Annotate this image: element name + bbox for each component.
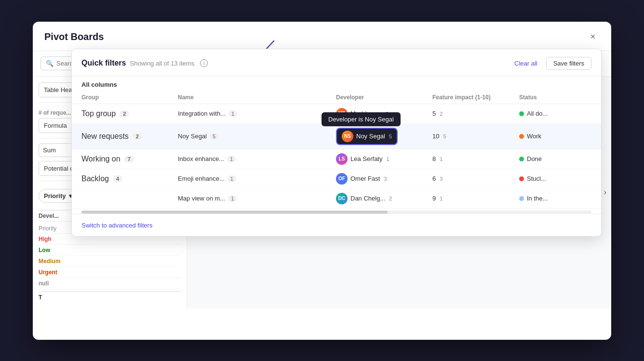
qf-column-headers: Group Name Developer Feature impact (1-1… bbox=[72, 91, 601, 104]
feature-count-2: 5 bbox=[443, 134, 446, 139]
name-count-4: 1 bbox=[228, 175, 236, 182]
name-count-2: 5 bbox=[210, 133, 218, 140]
feature-cell-1[interactable]: 5 2 bbox=[432, 110, 519, 117]
feature-num-5: 9 bbox=[432, 195, 436, 202]
dev-count-1: 5 bbox=[386, 111, 389, 117]
group-count-1: 2 bbox=[120, 110, 129, 117]
feature-cell-5[interactable]: 9 1 bbox=[432, 195, 519, 202]
table-row: Map view on m... 1 DC Dan Chelg... 2 9 1… bbox=[72, 189, 601, 209]
developer-cell-2-highlight[interactable]: NS Noy Segal 5 bbox=[336, 128, 398, 145]
scroll-arrows: › bbox=[604, 188, 606, 197]
group-cell-4[interactable]: Backlog 4 bbox=[81, 174, 178, 183]
status-cell-1[interactable]: All do... bbox=[519, 110, 591, 117]
feature-count-4: 3 bbox=[440, 176, 443, 182]
all-columns-label: All columns bbox=[72, 76, 601, 91]
developer-cell-3[interactable]: LS Lea Serfaty 1 bbox=[336, 153, 432, 165]
status-text-3: Done bbox=[527, 155, 542, 162]
status-dot-4 bbox=[519, 176, 524, 181]
dev-avatar-2: NS bbox=[342, 131, 353, 142]
name-count-5: 1 bbox=[228, 195, 237, 202]
priority-row-low: Low bbox=[39, 245, 181, 256]
dev-count-5: 2 bbox=[389, 196, 392, 201]
dev-count-3: 1 bbox=[387, 156, 389, 162]
group-cell-1[interactable]: Top group 2 bbox=[81, 109, 178, 118]
dev-count-2: 5 bbox=[389, 134, 392, 139]
status-cell-3[interactable]: Done bbox=[519, 155, 591, 162]
scroll-right-arrow[interactable]: › bbox=[604, 188, 606, 197]
window-title: Pivot Boards bbox=[44, 31, 104, 42]
name-cell-2[interactable]: Noy Segal 5 bbox=[178, 133, 336, 140]
save-filters-button[interactable]: Save filters bbox=[546, 57, 591, 70]
developer-cell-1[interactable]: ME Me (dyna... 5 bbox=[336, 108, 432, 120]
qf-header-actions: Clear all Save filters bbox=[510, 57, 591, 70]
title-bar: Pivot Boards × bbox=[33, 22, 611, 51]
info-icon[interactable]: i bbox=[200, 59, 208, 67]
developer-cell-2-container: NS Noy Segal 5 Developer is Noy Segal bbox=[336, 128, 432, 145]
col-header-group: Group bbox=[81, 94, 178, 101]
search-icon: 🔍 bbox=[46, 60, 54, 67]
feature-num-1: 5 bbox=[432, 110, 436, 117]
name-cell-5[interactable]: Map view on m... 1 bbox=[178, 195, 336, 202]
feature-num-4: 6 bbox=[432, 175, 436, 182]
status-dot-1 bbox=[519, 111, 524, 116]
dev-avatar-1: ME bbox=[336, 108, 348, 120]
status-cell-5[interactable]: In the... bbox=[519, 195, 591, 202]
quick-filters-panel: Quick filters Showing all of 13 items i … bbox=[71, 49, 602, 237]
priority-row-urgent: Urgent bbox=[39, 267, 181, 278]
status-cell-2[interactable]: Work bbox=[519, 133, 591, 140]
name-count-1: 1 bbox=[228, 110, 237, 117]
group-name-3: Working on bbox=[81, 155, 121, 163]
dev-count-4: 3 bbox=[384, 176, 387, 182]
feature-num-2: 10 bbox=[432, 133, 439, 140]
dev-name-4: Omer Fast bbox=[350, 175, 380, 182]
dev-name-5: Dan Chelg... bbox=[350, 195, 385, 202]
name-cell-4[interactable]: Emoji enhance... 1 bbox=[178, 175, 336, 182]
advanced-filters-button[interactable]: Switch to advanced filters bbox=[81, 222, 152, 229]
group-cell-3[interactable]: Working on 7 bbox=[81, 155, 178, 163]
main-window: Pivot Boards × 🔍 📋 👤 People ⊘ Filter ▾ ⊞… bbox=[33, 22, 611, 340]
status-text-1: All do... bbox=[527, 110, 548, 117]
group-name-1: Top group bbox=[81, 109, 116, 118]
col-header-status: Status bbox=[519, 94, 591, 101]
qf-header: Quick filters Showing all of 13 items i … bbox=[72, 49, 601, 76]
status-dot-3 bbox=[519, 157, 524, 161]
dev-name-2: Noy Segal bbox=[356, 133, 385, 140]
status-dot-2 bbox=[519, 134, 524, 139]
horizontal-scrollbar[interactable] bbox=[81, 211, 591, 214]
feature-count-5: 1 bbox=[440, 196, 443, 201]
name-text-5: Map view on m... bbox=[178, 195, 225, 202]
total-row: T bbox=[39, 291, 181, 303]
scrollbar-thumb[interactable] bbox=[81, 211, 388, 214]
status-text-5: In the... bbox=[527, 195, 548, 202]
name-cell-3[interactable]: Inbox enhance... 1 bbox=[178, 155, 336, 162]
group-count-2: 2 bbox=[133, 133, 142, 140]
feature-num-3: 8 bbox=[432, 155, 436, 162]
close-button[interactable]: × bbox=[586, 30, 600, 44]
qf-footer: Switch to advanced filters bbox=[72, 214, 601, 236]
name-cell-1[interactable]: Integration with... 1 bbox=[178, 110, 336, 117]
group-cell-2[interactable]: New requests 2 bbox=[81, 132, 178, 141]
status-text-2: Work bbox=[527, 133, 541, 140]
group-name-2: New requests bbox=[81, 132, 129, 141]
group-name-4: Backlog bbox=[81, 174, 109, 183]
feature-cell-2[interactable]: 10 5 bbox=[432, 133, 519, 140]
dev-name-1: Me (dyna... bbox=[350, 110, 382, 117]
feature-cell-3[interactable]: 8 1 bbox=[432, 155, 519, 162]
dev-avatar-4: OF bbox=[336, 173, 348, 185]
col-header-developer: Developer bbox=[336, 94, 432, 101]
qf-rows: Top group 2 Integration with... 1 ME Me … bbox=[72, 104, 601, 209]
developer-cell-5[interactable]: DC Dan Chelg... 2 bbox=[336, 193, 432, 204]
table-row: Top group 2 Integration with... 1 ME Me … bbox=[72, 104, 601, 124]
status-dot-5 bbox=[519, 196, 524, 201]
col-header-feature: Feature impact (1-10) bbox=[432, 94, 519, 101]
clear-all-button[interactable]: Clear all bbox=[510, 58, 541, 69]
feature-cell-4[interactable]: 6 3 bbox=[432, 175, 519, 182]
name-text-1: Integration with... bbox=[178, 110, 226, 117]
status-text-4: Stucl... bbox=[527, 175, 546, 182]
group-count-4: 4 bbox=[113, 175, 122, 182]
status-cell-4[interactable]: Stucl... bbox=[519, 175, 591, 182]
dev-avatar-5: DC bbox=[336, 193, 348, 204]
developer-cell-4[interactable]: OF Omer Fast 3 bbox=[336, 173, 432, 185]
table-row: New requests 2 Noy Segal 5 NS Noy Segal … bbox=[72, 124, 601, 149]
priority-row-null: null bbox=[39, 278, 181, 289]
